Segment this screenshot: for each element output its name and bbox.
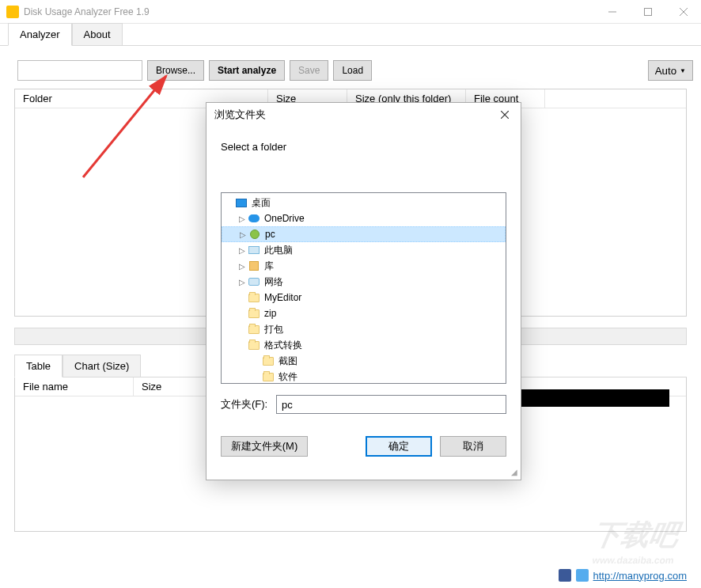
- folder-icon: [247, 339, 261, 351]
- resize-grip[interactable]: ◢: [511, 468, 517, 476]
- onedrive-icon: [247, 212, 261, 225]
- tree-item-label: OneDrive: [264, 213, 305, 224]
- start-analyze-button[interactable]: Start analyze: [209, 60, 285, 81]
- cancel-button[interactable]: 取消: [440, 436, 506, 457]
- tree-item-label: 格式转换: [264, 339, 302, 352]
- tree-item-label: 软件: [279, 370, 297, 384]
- folder-icon: [261, 370, 275, 383]
- tree-item-label: 截图: [279, 355, 297, 368]
- title-bar: Disk Usage Analyzer Free 1.9: [0, 0, 701, 24]
- svg-rect-1: [644, 8, 651, 15]
- tree-item-9[interactable]: ▷格式转换: [222, 337, 506, 353]
- col-fsize[interactable]: Size: [134, 377, 213, 396]
- minimize-button[interactable]: [594, 0, 630, 24]
- caret-down-icon: ▼: [680, 67, 686, 74]
- tab-table[interactable]: Table: [14, 355, 63, 377]
- browse-button[interactable]: Browse...: [147, 60, 204, 81]
- path-input[interactable]: [17, 60, 142, 81]
- toolbar: Browse... Start analyze Save Load Auto ▼: [0, 46, 701, 89]
- dialog-close-button[interactable]: [497, 109, 513, 121]
- facebook-icon[interactable]: [559, 569, 571, 582]
- close-button[interactable]: [665, 0, 701, 24]
- tab-chart[interactable]: Chart (Size): [63, 355, 141, 377]
- browse-folder-dialog: 浏览文件夹 Select a folder ▷桌面▷OneDrive▷pc▷此电…: [206, 102, 521, 480]
- folder-tree[interactable]: ▷桌面▷OneDrive▷pc▷此电脑▷库▷网络▷MyEditor▷zip▷打包…: [221, 192, 506, 384]
- tree-item-10[interactable]: ▷截图: [222, 353, 506, 369]
- folder-icon: [247, 291, 261, 304]
- tree-item-label: pc: [265, 229, 275, 240]
- tree-item-label: 打包: [264, 323, 283, 336]
- expander-icon[interactable]: ▷: [237, 214, 247, 223]
- tree-item-5[interactable]: ▷网络: [222, 274, 506, 290]
- tree-item-label: 此电脑: [264, 244, 293, 257]
- user-icon: [248, 228, 262, 241]
- window-title: Disk Usage Analyzer Free 1.9: [24, 6, 594, 17]
- tab-about[interactable]: About: [72, 23, 123, 45]
- twitter-icon[interactable]: [576, 569, 589, 582]
- tree-item-3[interactable]: ▷此电脑: [222, 242, 506, 258]
- tree-item-label: 桌面: [252, 196, 271, 210]
- maximize-button[interactable]: [630, 0, 665, 24]
- tree-item-label: 库: [264, 260, 274, 273]
- footer-link[interactable]: http://manyprog.com: [593, 570, 688, 582]
- dialog-title: 浏览文件夹: [214, 108, 266, 122]
- tree-item-11[interactable]: ▷软件: [222, 369, 506, 384]
- tree-item-8[interactable]: ▷打包: [222, 321, 506, 337]
- app-icon: [6, 6, 19, 18]
- tree-item-2[interactable]: ▷pc: [222, 226, 506, 242]
- folder-icon: [247, 323, 261, 336]
- tree-item-label: 网络: [264, 275, 283, 289]
- new-folder-button[interactable]: 新建文件夹(M): [221, 436, 308, 457]
- expander-icon[interactable]: ▷: [237, 278, 247, 286]
- load-button[interactable]: Load: [333, 60, 372, 81]
- lib-icon: [247, 260, 261, 272]
- tree-item-4[interactable]: ▷库: [222, 258, 506, 274]
- folder-icon: [247, 307, 261, 320]
- desktop-icon: [234, 196, 248, 209]
- save-button[interactable]: Save: [290, 60, 328, 81]
- redacted-block: [511, 389, 669, 407]
- tree-item-label: MyEditor: [264, 292, 301, 303]
- expander-icon[interactable]: ▷: [238, 230, 248, 239]
- main-tabs: Analyzer About: [0, 24, 701, 46]
- col-filename[interactable]: File name: [15, 377, 134, 396]
- auto-dropdown[interactable]: Auto ▼: [648, 60, 693, 81]
- tree-item-1[interactable]: ▷OneDrive: [222, 211, 506, 226]
- tree-item-label: zip: [264, 308, 276, 319]
- expander-icon[interactable]: ▷: [237, 246, 247, 255]
- footer: http://manyprog.com: [559, 569, 688, 582]
- pc-icon: [247, 244, 261, 256]
- tree-item-7[interactable]: ▷zip: [222, 305, 506, 321]
- tab-analyzer[interactable]: Analyzer: [8, 23, 72, 46]
- auto-label: Auto: [655, 65, 676, 77]
- folder-icon: [261, 355, 275, 367]
- tree-item-6[interactable]: ▷MyEditor: [222, 290, 506, 305]
- ok-button[interactable]: 确定: [366, 436, 432, 457]
- dialog-title-bar[interactable]: 浏览文件夹: [207, 103, 521, 127]
- folder-field-label: 文件夹(F):: [221, 397, 276, 412]
- dialog-prompt: Select a folder: [221, 141, 506, 153]
- window-controls: [594, 0, 701, 24]
- tree-item-0[interactable]: ▷桌面: [222, 195, 506, 211]
- folder-name-input[interactable]: [276, 395, 506, 414]
- net-icon: [247, 275, 261, 288]
- expander-icon[interactable]: ▷: [237, 262, 247, 271]
